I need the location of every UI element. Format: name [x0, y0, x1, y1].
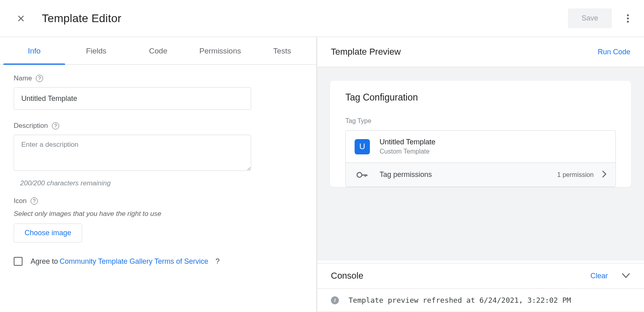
kebab-icon: [627, 14, 629, 23]
template-name: Untitled Template: [380, 138, 607, 146]
preview-header: Template Preview Run Code: [317, 37, 644, 67]
permissions-label: Tag permissions: [380, 170, 557, 179]
svg-point-3: [627, 17, 629, 19]
name-input[interactable]: [14, 87, 251, 110]
char-counter: 200/200 characters remaining: [20, 179, 303, 187]
tag-config-card: Tag Configuration Tag Type U Untitled Te…: [330, 81, 631, 187]
tag-type-label: Tag Type: [345, 117, 616, 125]
close-button[interactable]: [15, 13, 27, 24]
console-collapse-button[interactable]: [621, 273, 630, 279]
icon-hint: Select only images that you have the rig…: [14, 210, 303, 218]
chevron-down-icon: [621, 273, 630, 278]
name-label: Name: [14, 74, 32, 82]
editor-pane: Info Fields Code Permissions Tests Name …: [0, 37, 317, 312]
agree-terms-row: Agree to Community Template Gallery Term…: [14, 257, 303, 266]
overflow-menu-button[interactable]: [621, 12, 634, 25]
tag-template-row[interactable]: U Untitled Template Custom Template: [346, 131, 615, 162]
svg-point-5: [357, 172, 362, 177]
icon-label: Icon: [14, 197, 27, 205]
choose-image-button[interactable]: Choose image: [14, 224, 82, 242]
svg-point-2: [627, 14, 629, 16]
console-header: Console Clear: [317, 263, 644, 289]
preview-body: Tag Configuration Tag Type U Untitled Te…: [317, 67, 644, 263]
chevron-right-icon: [602, 170, 607, 179]
terms-link[interactable]: Community Template Gallery Terms of Serv…: [60, 257, 208, 266]
close-icon: [17, 14, 25, 23]
permission-count: 1 permission: [557, 171, 594, 179]
console-clear-button[interactable]: Clear: [590, 272, 608, 280]
save-button[interactable]: Save: [568, 8, 612, 28]
tab-permissions[interactable]: Permissions: [189, 37, 251, 64]
agree-checkbox[interactable]: [14, 257, 23, 266]
help-icon[interactable]: ?: [216, 257, 220, 266]
svg-rect-6: [361, 174, 367, 176]
info-icon: i: [331, 296, 339, 304]
svg-rect-8: [366, 174, 367, 176]
card-title: Tag Configuration: [345, 92, 616, 103]
description-label: Description: [14, 122, 48, 130]
tag-permissions-row[interactable]: Tag permissions 1 permission: [346, 162, 615, 187]
tab-code[interactable]: Code: [127, 37, 189, 64]
tag-box: U Untitled Template Custom Template: [345, 130, 616, 187]
tab-info[interactable]: Info: [3, 37, 65, 64]
key-icon: [355, 172, 370, 178]
description-input[interactable]: [14, 135, 251, 171]
template-kind: Custom Template: [380, 148, 607, 155]
console-title: Console: [331, 271, 363, 281]
template-avatar-icon: U: [355, 139, 370, 154]
run-code-button[interactable]: Run Code: [598, 48, 630, 56]
tab-fields[interactable]: Fields: [65, 37, 127, 64]
svg-rect-7: [365, 174, 366, 177]
preview-title: Template Preview: [331, 47, 401, 57]
console-message: Template preview refreshed at 6/24/2021,…: [349, 296, 571, 304]
preview-pane: Template Preview Run Code Tag Configurat…: [317, 37, 644, 312]
svg-point-4: [627, 21, 629, 23]
tab-tests[interactable]: Tests: [251, 37, 313, 64]
agree-prefix: Agree to: [31, 257, 58, 266]
console-row: i Template preview refreshed at 6/24/202…: [317, 289, 644, 312]
editor-tabs: Info Fields Code Permissions Tests: [0, 37, 316, 65]
info-form: Name ? Description ? 200/200 characters …: [0, 65, 316, 275]
help-icon[interactable]: ?: [31, 197, 38, 205]
app-bar: Template Editor Save: [0, 0, 644, 37]
page-title: Template Editor: [42, 12, 122, 25]
help-icon[interactable]: ?: [52, 122, 59, 129]
help-icon[interactable]: ?: [36, 75, 43, 82]
